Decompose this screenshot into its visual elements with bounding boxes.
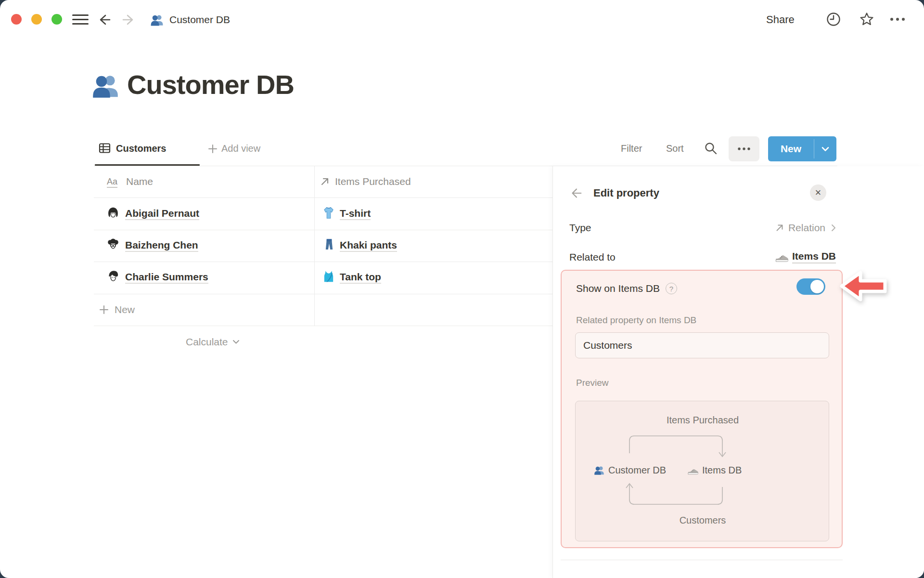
history-clock-icon[interactable] (826, 12, 841, 29)
table-row-item[interactable]: Tank top (340, 269, 381, 285)
avatar (106, 270, 120, 286)
table-divider (94, 230, 552, 230)
relation-preview-diagram: Items Purchased Customer DB (575, 401, 829, 541)
panel-section-divider (561, 560, 843, 560)
forward-arrow-icon[interactable] (121, 13, 136, 29)
help-question-icon[interactable]: ? (666, 283, 677, 294)
filter-button[interactable]: Filter (621, 139, 642, 158)
hamburger-menu-icon[interactable] (72, 14, 89, 25)
back-arrow-icon[interactable] (97, 13, 112, 29)
chevron-down-icon (232, 340, 240, 344)
traffic-light-zoom[interactable] (51, 14, 62, 25)
plus-icon (208, 144, 217, 155)
panel-title: Edit property (593, 185, 659, 201)
people-icon (150, 13, 164, 28)
new-button[interactable]: New (768, 136, 814, 161)
people-icon (594, 465, 604, 475)
relation-arrow-icon (320, 176, 330, 189)
preview-left-node-label: Customer DB (608, 465, 666, 476)
share-button[interactable]: Share (766, 13, 795, 27)
chevron-down-icon (821, 146, 829, 152)
plus-icon (99, 305, 109, 316)
table-divider (94, 326, 552, 326)
preview-right-node-label: Items DB (702, 465, 742, 476)
table-row-item[interactable]: Khaki pants (340, 237, 397, 253)
related-property-input[interactable]: Customers (575, 332, 829, 358)
table-row-name[interactable]: Abigail Pernaut (125, 205, 199, 222)
show-toggle-label: Show on Items DB (576, 283, 660, 294)
related-property-value: Customers (583, 340, 632, 351)
preview-left-node: Customer DB (594, 463, 666, 477)
annotation-arrow (838, 268, 888, 306)
type-value-button[interactable]: Relation (775, 220, 836, 236)
title-aa-icon: Aa (107, 176, 117, 188)
table-row-item[interactable]: T-shirt (340, 205, 371, 222)
table-view-icon (98, 142, 111, 157)
column-header-items-purchased[interactable]: Items Purchased (335, 174, 411, 189)
preview-right-node: Items DB (687, 463, 742, 477)
page-title[interactable]: Customer DB (127, 66, 294, 104)
close-icon[interactable]: × (810, 184, 826, 201)
table-row-name[interactable]: Charlie Summers (125, 269, 208, 285)
column-divider (314, 166, 315, 326)
related-to-value: Items DB (792, 250, 836, 263)
calculate-label: Calculate (186, 336, 228, 348)
calculate-button[interactable]: Calculate (186, 332, 240, 352)
t-shirt-icon (321, 206, 336, 222)
more-options-icon[interactable] (888, 16, 909, 25)
new-row-button[interactable]: New (115, 299, 135, 320)
app-window: Customer DB Share Customer DB Customers … (0, 0, 924, 578)
jeans-icon (322, 237, 336, 253)
avatar (106, 206, 120, 223)
new-button-group: New (768, 136, 836, 161)
toggle-knob (810, 280, 824, 293)
edit-property-panel: Edit property × Type Relation Related to… (552, 166, 924, 578)
column-header-name[interactable]: Name (126, 174, 153, 189)
add-view-button[interactable]: Add view (221, 139, 260, 158)
favorite-star-icon[interactable] (859, 11, 875, 29)
page-title-people-icon[interactable] (91, 71, 119, 101)
sort-button[interactable]: Sort (666, 139, 684, 158)
sneaker-icon (775, 250, 788, 263)
type-label: Type (569, 220, 591, 236)
search-icon[interactable] (704, 141, 718, 158)
related-to-value-button[interactable]: Items DB (775, 249, 836, 265)
related-property-label: Related property on Items DB (576, 313, 696, 328)
sneaker-icon (687, 465, 698, 476)
type-value: Relation (788, 222, 825, 234)
table-divider (94, 262, 552, 262)
show-on-items-db-toggle[interactable] (796, 278, 825, 295)
breadcrumb-document-title[interactable]: Customer DB (169, 13, 230, 27)
related-to-label: Related to (569, 250, 616, 265)
preview-bottom-relation: Customers (576, 515, 830, 526)
tank-top-icon (321, 269, 336, 286)
ellipsis-icon (737, 146, 751, 151)
relation-arrow-icon (775, 223, 784, 233)
preview-label: Preview (576, 376, 609, 390)
show-on-items-db-section: Show on Items DB ? Related property on I… (561, 270, 843, 548)
avatar (106, 238, 120, 254)
traffic-light-minimize[interactable] (31, 14, 42, 25)
preview-top-relation: Items Purchased (576, 415, 830, 426)
show-toggle-row: Show on Items DB ? (576, 280, 677, 297)
panel-back-icon[interactable] (569, 186, 583, 202)
new-dropdown-button[interactable] (814, 136, 836, 161)
view-options-button[interactable] (729, 136, 759, 161)
traffic-light-close[interactable] (11, 14, 22, 25)
tab-customers-view[interactable]: Customers (116, 139, 166, 158)
table-divider (94, 197, 552, 198)
chevron-right-icon (831, 224, 836, 232)
table-divider (94, 294, 552, 294)
table-row-name[interactable]: Baizheng Chen (125, 237, 198, 253)
